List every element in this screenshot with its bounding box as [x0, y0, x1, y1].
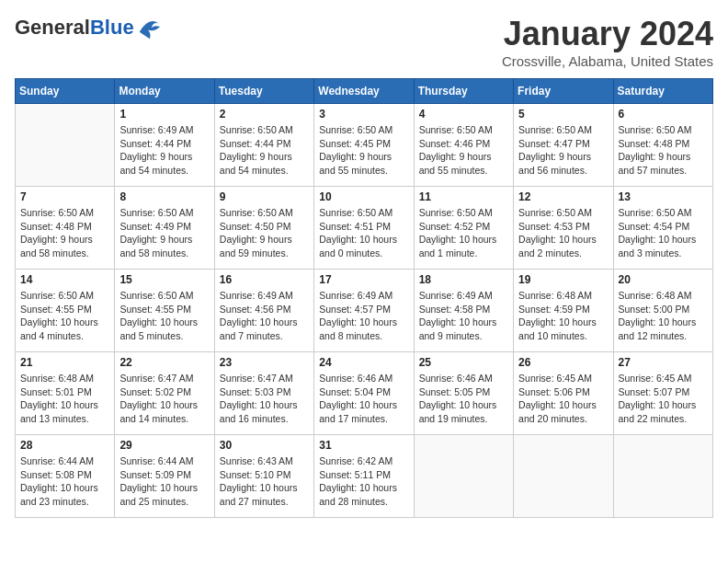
day-info: Sunrise: 6:48 AM Sunset: 5:01 PM Dayligh… [20, 372, 109, 426]
calendar-cell: 25Sunrise: 6:46 AM Sunset: 5:05 PM Dayli… [414, 352, 513, 435]
day-number: 5 [518, 108, 608, 121]
calendar-cell: 16Sunrise: 6:49 AM Sunset: 4:56 PM Dayli… [214, 270, 313, 352]
calendar-cell: 6Sunrise: 6:50 AM Sunset: 4:48 PM Daylig… [613, 104, 712, 187]
month-title: January 2024 [502, 15, 713, 53]
calendar-cell: 30Sunrise: 6:43 AM Sunset: 5:10 PM Dayli… [214, 435, 313, 518]
calendar-cell: 20Sunrise: 6:48 AM Sunset: 5:00 PM Dayli… [613, 270, 712, 352]
location-title: Crossville, Alabama, United States [502, 53, 713, 69]
day-info: Sunrise: 6:46 AM Sunset: 5:05 PM Dayligh… [419, 372, 508, 426]
calendar-cell: 22Sunrise: 6:47 AM Sunset: 5:02 PM Dayli… [115, 352, 214, 435]
day-number: 6 [619, 108, 708, 121]
calendar-cell: 8Sunrise: 6:50 AM Sunset: 4:49 PM Daylig… [115, 187, 214, 270]
day-number: 3 [319, 108, 408, 121]
day-info: Sunrise: 6:45 AM Sunset: 5:06 PM Dayligh… [518, 372, 608, 426]
day-number: 31 [319, 439, 408, 452]
day-number: 11 [419, 190, 508, 203]
day-info: Sunrise: 6:50 AM Sunset: 4:50 PM Dayligh… [220, 206, 309, 260]
day-info: Sunrise: 6:48 AM Sunset: 4:59 PM Dayligh… [518, 289, 608, 343]
day-number: 26 [518, 356, 608, 369]
calendar-week-3: 14Sunrise: 6:50 AM Sunset: 4:55 PM Dayli… [16, 270, 713, 352]
calendar-cell: 11Sunrise: 6:50 AM Sunset: 4:52 PM Dayli… [414, 187, 513, 270]
calendar-cell: 23Sunrise: 6:47 AM Sunset: 5:03 PM Dayli… [214, 352, 313, 435]
day-number: 25 [419, 356, 508, 369]
day-info: Sunrise: 6:50 AM Sunset: 4:48 PM Dayligh… [20, 206, 109, 260]
day-info: Sunrise: 6:50 AM Sunset: 4:51 PM Dayligh… [319, 206, 408, 260]
day-info: Sunrise: 6:50 AM Sunset: 4:52 PM Dayligh… [419, 206, 508, 260]
calendar-cell: 21Sunrise: 6:48 AM Sunset: 5:01 PM Dayli… [16, 352, 115, 435]
calendar-cell: 24Sunrise: 6:46 AM Sunset: 5:04 PM Dayli… [314, 352, 414, 435]
day-info: Sunrise: 6:45 AM Sunset: 5:07 PM Dayligh… [619, 372, 708, 426]
day-number: 16 [220, 273, 309, 286]
calendar-cell: 15Sunrise: 6:50 AM Sunset: 4:55 PM Dayli… [115, 270, 214, 352]
day-number: 9 [220, 190, 309, 203]
title-area: January 2024 Crossville, Alabama, United… [502, 15, 713, 69]
calendar-cell [16, 104, 115, 187]
day-info: Sunrise: 6:50 AM Sunset: 4:47 PM Dayligh… [518, 123, 608, 178]
calendar-header: SundayMondayTuesdayWednesdayThursdayFrid… [16, 79, 713, 104]
day-number: 1 [119, 108, 209, 121]
weekday-header-monday: Monday [115, 79, 214, 104]
day-number: 27 [619, 356, 708, 369]
calendar-cell: 7Sunrise: 6:50 AM Sunset: 4:48 PM Daylig… [16, 187, 115, 270]
calendar-cell: 2Sunrise: 6:50 AM Sunset: 4:44 PM Daylig… [214, 104, 313, 187]
day-number: 10 [319, 190, 408, 203]
logo-blue-text: Blue [90, 16, 134, 39]
day-number: 29 [119, 439, 209, 452]
day-info: Sunrise: 6:47 AM Sunset: 5:02 PM Dayligh… [119, 372, 209, 426]
day-info: Sunrise: 6:50 AM Sunset: 4:44 PM Dayligh… [220, 123, 309, 178]
day-number: 19 [518, 273, 608, 286]
day-info: Sunrise: 6:48 AM Sunset: 5:00 PM Dayligh… [619, 289, 708, 343]
day-info: Sunrise: 6:49 AM Sunset: 4:58 PM Dayligh… [419, 289, 508, 343]
day-info: Sunrise: 6:44 AM Sunset: 5:09 PM Dayligh… [119, 454, 209, 509]
weekday-header-thursday: Thursday [414, 79, 513, 104]
day-number: 22 [119, 356, 209, 369]
calendar-cell: 28Sunrise: 6:44 AM Sunset: 5:08 PM Dayli… [16, 435, 115, 518]
calendar-cell: 18Sunrise: 6:49 AM Sunset: 4:58 PM Dayli… [414, 270, 513, 352]
day-info: Sunrise: 6:50 AM Sunset: 4:55 PM Dayligh… [20, 289, 109, 343]
day-number: 12 [518, 190, 608, 203]
weekday-header-sunday: Sunday [16, 79, 115, 104]
weekday-header-tuesday: Tuesday [214, 79, 313, 104]
calendar-table: SundayMondayTuesdayWednesdayThursdayFrid… [15, 78, 713, 518]
calendar-cell: 1Sunrise: 6:49 AM Sunset: 4:44 PM Daylig… [115, 104, 214, 187]
logo: GeneralBlue [15, 15, 162, 40]
day-info: Sunrise: 6:42 AM Sunset: 5:11 PM Dayligh… [319, 454, 408, 509]
day-info: Sunrise: 6:43 AM Sunset: 5:10 PM Dayligh… [220, 454, 309, 509]
weekday-header-saturday: Saturday [613, 79, 712, 104]
calendar-week-4: 21Sunrise: 6:48 AM Sunset: 5:01 PM Dayli… [16, 352, 713, 435]
day-number: 23 [220, 356, 309, 369]
day-number: 17 [319, 273, 408, 286]
day-number: 20 [619, 273, 708, 286]
calendar-cell: 17Sunrise: 6:49 AM Sunset: 4:57 PM Dayli… [314, 270, 414, 352]
day-info: Sunrise: 6:50 AM Sunset: 4:46 PM Dayligh… [419, 123, 508, 178]
day-number: 4 [419, 108, 508, 121]
day-info: Sunrise: 6:49 AM Sunset: 4:44 PM Dayligh… [119, 123, 209, 178]
day-info: Sunrise: 6:49 AM Sunset: 4:56 PM Dayligh… [220, 289, 309, 343]
calendar-cell: 14Sunrise: 6:50 AM Sunset: 4:55 PM Dayli… [16, 270, 115, 352]
page-header: GeneralBlue January 2024 Crossville, Ala… [15, 15, 713, 69]
calendar-cell: 27Sunrise: 6:45 AM Sunset: 5:07 PM Dayli… [613, 352, 712, 435]
weekday-header-wednesday: Wednesday [314, 79, 414, 104]
day-number: 8 [119, 190, 209, 203]
day-info: Sunrise: 6:50 AM Sunset: 4:55 PM Dayligh… [119, 289, 209, 343]
day-number: 15 [119, 273, 209, 286]
calendar-week-2: 7Sunrise: 6:50 AM Sunset: 4:48 PM Daylig… [16, 187, 713, 270]
calendar-cell: 9Sunrise: 6:50 AM Sunset: 4:50 PM Daylig… [214, 187, 313, 270]
day-number: 13 [619, 190, 708, 203]
day-number: 2 [220, 108, 309, 121]
day-info: Sunrise: 6:44 AM Sunset: 5:08 PM Dayligh… [20, 454, 109, 509]
calendar-cell: 31Sunrise: 6:42 AM Sunset: 5:11 PM Dayli… [314, 435, 414, 518]
calendar-cell [514, 435, 613, 518]
day-info: Sunrise: 6:46 AM Sunset: 5:04 PM Dayligh… [319, 372, 408, 426]
day-info: Sunrise: 6:50 AM Sunset: 4:48 PM Dayligh… [619, 123, 708, 178]
calendar-cell [414, 435, 513, 518]
day-number: 30 [220, 439, 309, 452]
calendar-cell: 10Sunrise: 6:50 AM Sunset: 4:51 PM Dayli… [314, 187, 414, 270]
day-number: 14 [20, 273, 109, 286]
logo-icon [136, 15, 162, 40]
calendar-cell: 13Sunrise: 6:50 AM Sunset: 4:54 PM Dayli… [613, 187, 712, 270]
logo-general-text: General [15, 16, 90, 39]
day-info: Sunrise: 6:50 AM Sunset: 4:49 PM Dayligh… [119, 206, 209, 260]
day-info: Sunrise: 6:47 AM Sunset: 5:03 PM Dayligh… [220, 372, 309, 426]
calendar-cell: 12Sunrise: 6:50 AM Sunset: 4:53 PM Dayli… [514, 187, 613, 270]
